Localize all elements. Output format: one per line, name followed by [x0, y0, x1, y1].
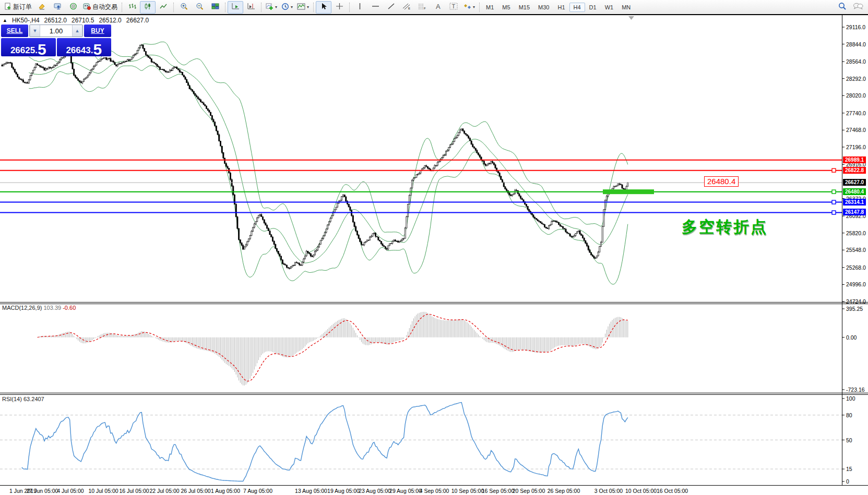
timeframe-button-mn[interactable]: MN — [617, 3, 635, 12]
toolbar-separator — [261, 3, 261, 12]
chart-area[interactable] — [0, 0, 868, 495]
indicators-button[interactable]: ▾ — [264, 1, 279, 14]
dropdown-caret-icon: ▾ — [307, 5, 309, 9]
timeframe-button-m5[interactable]: M5 — [498, 3, 514, 12]
timeframe-button-w1[interactable]: W1 — [601, 3, 618, 12]
tile-windows-button[interactable] — [207, 1, 223, 14]
rsi-line — [22, 403, 628, 481]
autoscroll-icon — [232, 3, 240, 11]
tile-windows-icon — [211, 3, 219, 11]
chart-shift-icon — [247, 3, 255, 11]
fibonacci-icon: F — [418, 3, 426, 11]
trendline-button[interactable] — [383, 1, 399, 14]
toolbar-separator — [173, 3, 174, 12]
chat-button[interactable] — [850, 1, 866, 14]
sell-button[interactable]: SELL — [1, 25, 28, 37]
sell-price-display[interactable]: 26625 . 5 — [1, 38, 56, 56]
toolbar-separator — [225, 3, 225, 12]
bollinger-bands — [29, 42, 628, 284]
toolbar-separator — [313, 3, 314, 12]
line-chart-icon — [160, 3, 168, 11]
templates-icon — [297, 3, 305, 11]
text-label-icon: T — [449, 3, 458, 11]
line-handle[interactable] — [832, 168, 836, 172]
arrows-button[interactable]: ▾ — [461, 1, 477, 14]
chart-symbol: HK50-,H4 — [12, 17, 40, 24]
channel-icon: E — [402, 3, 411, 11]
main-toolbar: 新订单 自动交易 — [0, 0, 868, 14]
vertical-line-icon — [357, 3, 363, 11]
zoom-out-button[interactable] — [192, 1, 207, 14]
timeframe-button-m30[interactable]: M30 — [534, 3, 553, 12]
candles — [2, 44, 628, 270]
svg-text:E: E — [408, 7, 410, 10]
channel-button[interactable]: E — [399, 1, 414, 14]
line-handle[interactable] — [832, 211, 836, 214]
macd-histogram — [38, 312, 628, 385]
zoom-in-button[interactable] — [176, 1, 192, 14]
periods-button[interactable]: ▾ — [279, 1, 295, 14]
zoom-in-icon — [180, 3, 188, 12]
buy-price-display[interactable]: 26643 . 5 — [57, 38, 112, 56]
svg-text:T: T — [452, 3, 456, 9]
terminal-button[interactable] — [50, 1, 65, 14]
timeframe-button-d1[interactable]: D1 — [585, 3, 601, 12]
editor-button[interactable] — [34, 1, 50, 14]
templates-button[interactable]: ▾ — [295, 1, 311, 14]
new-order-icon — [4, 3, 11, 11]
highlight-segment[interactable] — [603, 189, 654, 194]
ohlc-low: 26512.0 — [99, 17, 121, 24]
chart-shift-button[interactable] — [243, 1, 259, 14]
crosshair-button[interactable] — [331, 1, 347, 14]
search-icon — [838, 2, 847, 12]
new-order-button[interactable]: 新订单 — [2, 1, 34, 14]
chat-icon — [853, 2, 863, 12]
macd-label: MACD(12,26,9) 103.39 -0.60 — [2, 305, 76, 311]
volume-spinner: ▼ 1.00 ▲ — [29, 25, 83, 37]
line-handle[interactable] — [832, 200, 836, 204]
indicators-icon — [266, 3, 274, 11]
autotrade-button[interactable]: 自动交易 — [81, 1, 120, 14]
timeframe-button-m1[interactable]: M1 — [482, 3, 498, 12]
ohlc-high: 26710.5 — [72, 17, 94, 24]
cursor-icon — [320, 3, 327, 11]
signals-button[interactable] — [65, 1, 81, 14]
editor-icon — [38, 3, 46, 11]
toolbar-separator — [349, 3, 350, 12]
signals-icon — [69, 3, 77, 11]
svg-text:A: A — [436, 3, 441, 10]
timeframe-button-m15[interactable]: M15 — [515, 3, 534, 12]
dropdown-caret-icon: ▾ — [473, 5, 475, 9]
mt4-terminal-window: 新订单 自动交易 — [0, 0, 868, 495]
line-chart-button[interactable] — [156, 1, 171, 14]
toolbar-separator — [122, 3, 122, 12]
periods-icon — [281, 3, 289, 12]
buy-button[interactable]: BUY — [84, 25, 111, 37]
volume-up-button[interactable]: ▲ — [72, 25, 82, 37]
timeframe-button-h4[interactable]: H4 — [569, 3, 585, 12]
arrows-icon — [463, 3, 471, 11]
search-button[interactable] — [835, 1, 850, 14]
horizontal-line-button[interactable] — [367, 1, 383, 14]
text-icon: A — [435, 3, 442, 11]
timeframe-bar: M1M5M15M30H1H4D1W1MN — [482, 3, 635, 12]
zoom-out-icon — [196, 3, 204, 12]
volume-down-button[interactable]: ▼ — [30, 25, 40, 37]
bar-chart-button[interactable] — [124, 1, 140, 14]
autotrade-icon — [83, 3, 91, 11]
line-handle[interactable] — [832, 190, 836, 194]
text-button[interactable]: A — [430, 1, 446, 14]
rsi-label: RSI(14) 63.2407 — [2, 396, 44, 402]
ohlc-close: 26627.0 — [126, 17, 149, 24]
candlestick-chart-button[interactable] — [140, 1, 156, 14]
fibonacci-button[interactable]: F — [414, 1, 430, 14]
volume-input[interactable]: 1.00 — [40, 25, 72, 37]
autoscroll-button[interactable] — [228, 1, 243, 14]
vertical-line-button[interactable] — [352, 1, 367, 14]
text-label-button[interactable]: T — [446, 1, 461, 14]
cursor-button[interactable] — [316, 1, 331, 14]
timeframe-button-h1[interactable]: H1 — [553, 3, 569, 12]
horizontal-line-icon — [372, 3, 379, 11]
chart-shift-marker[interactable] — [628, 16, 634, 20]
crosshair-icon — [336, 3, 343, 11]
